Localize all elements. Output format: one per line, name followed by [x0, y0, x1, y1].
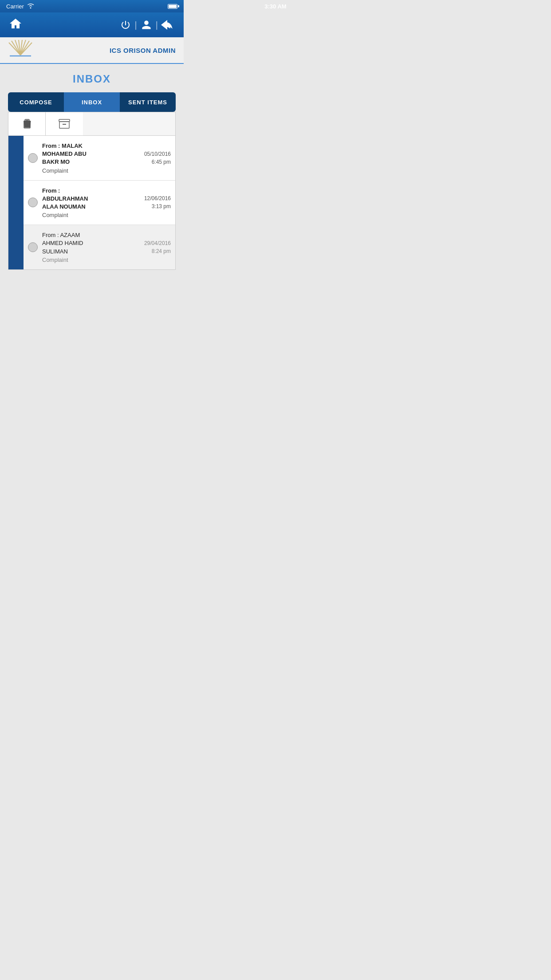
compose-tab[interactable]: COMPOSE	[8, 92, 64, 112]
archive-button[interactable]	[46, 112, 83, 135]
message-from-1: From : MALAKMOHAMED ABUBAKR MO	[42, 142, 135, 166]
sent-items-tab[interactable]: SENT ITEMS	[120, 92, 176, 112]
status-bar: Carrier 3:30 AM	[0, 0, 184, 12]
message-row[interactable]: From : MALAKMOHAMED ABUBAKR MO Complaint…	[24, 136, 175, 181]
message-radio-1[interactable]	[28, 153, 38, 163]
main-content: COMPOSE INBOX SENT ITEMS	[0, 92, 184, 270]
status-right	[168, 4, 177, 9]
battery-icon	[168, 4, 177, 9]
inbox-title-bar: INBOX	[0, 64, 184, 92]
message-container: From : MALAKMOHAMED ABUBAKR MO Complaint…	[8, 112, 176, 270]
sidebar-stripe	[8, 136, 24, 269]
message-radio-2[interactable]	[28, 198, 38, 207]
message-date-1: 05/10/2016 6:45 pm	[135, 150, 171, 166]
inbox-tab[interactable]: INBOX	[64, 92, 120, 112]
divider-1: |	[135, 20, 137, 30]
status-left: Carrier	[6, 3, 35, 10]
message-body-3: From : AZAAMAHMED HAMIDSULIMAN Complaint	[42, 231, 135, 263]
message-subject-3: Complaint	[42, 257, 135, 263]
message-radio-3[interactable]	[28, 242, 38, 252]
message-date-2: 12/06/2016 3:13 pm	[135, 194, 171, 210]
back-button[interactable]	[160, 17, 175, 32]
message-row[interactable]: From : AZAAMAHMED HAMIDSULIMAN Complaint…	[24, 225, 175, 269]
message-body-2: From :ABDULRAHMANALAA NOUMAN Complaint	[42, 187, 135, 219]
carrier-label: Carrier	[6, 3, 24, 10]
brand-title: ICS ORISON ADMIN	[110, 47, 176, 54]
nav-right-icons: | |	[118, 17, 175, 32]
wifi-icon	[27, 3, 35, 10]
user-button[interactable]	[139, 17, 154, 32]
message-subject-2: Complaint	[42, 212, 135, 218]
svg-rect-15	[59, 122, 69, 128]
message-from-2: From :ABDULRAHMANALAA NOUMAN	[42, 187, 135, 211]
power-button[interactable]	[118, 17, 133, 32]
message-toolbar	[8, 112, 175, 136]
delete-button[interactable]	[8, 112, 46, 135]
divider-2: |	[156, 20, 158, 30]
message-subject-1: Complaint	[42, 167, 135, 174]
brand-bar: ICS ORISON ADMIN	[0, 37, 184, 64]
home-icon[interactable]	[9, 18, 22, 32]
brand-logo	[8, 39, 33, 61]
message-row[interactable]: From :ABDULRAHMANALAA NOUMAN Complaint 1…	[24, 181, 175, 225]
message-date-3: 29/04/2016 8:24 pm	[135, 239, 171, 255]
message-from-3: From : AZAAMAHMED HAMIDSULIMAN	[42, 231, 135, 256]
inbox-list: From : MALAKMOHAMED ABUBAKR MO Complaint…	[8, 136, 175, 269]
tab-row: COMPOSE INBOX SENT ITEMS	[8, 92, 176, 112]
top-nav: | |	[0, 12, 184, 37]
page-title: INBOX	[0, 73, 184, 85]
messages-list: From : MALAKMOHAMED ABUBAKR MO Complaint…	[24, 136, 175, 269]
message-body-1: From : MALAKMOHAMED ABUBAKR MO Complaint	[42, 142, 135, 174]
